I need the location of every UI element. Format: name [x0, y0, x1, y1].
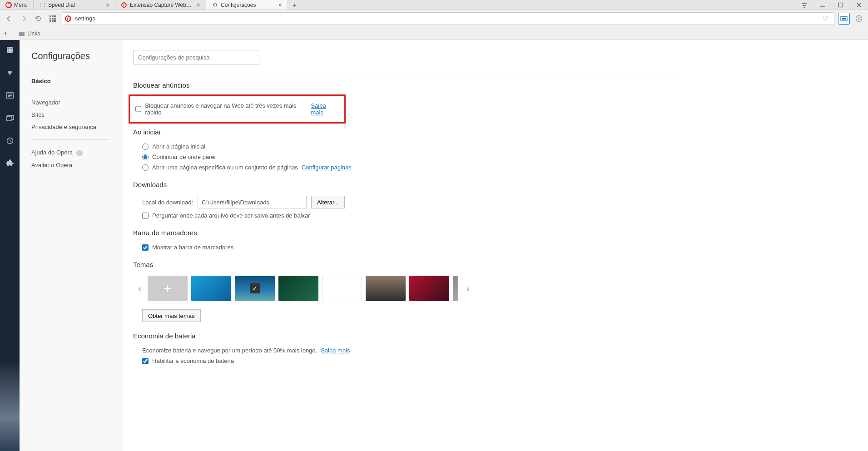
theme-tile-selected[interactable]: ✓: [235, 276, 275, 301]
block-ads-checkbox[interactable]: [135, 106, 141, 112]
svg-rect-4: [50, 18, 51, 20]
sidebar-item-help[interactable]: Ajuda do Opera ?: [31, 146, 123, 159]
help-icon: ?: [76, 150, 83, 156]
download-path-input[interactable]: [198, 196, 307, 208]
theme-tile[interactable]: [366, 276, 406, 301]
opera-logo-icon: [5, 2, 12, 8]
minimize-button[interactable]: [813, 0, 832, 10]
settings-content[interactable]: Bloquear anúncios Bloquear anúncios e na…: [123, 40, 868, 451]
grid-icon[interactable]: [5, 45, 15, 55]
folder-icon: [19, 31, 25, 36]
sidebar-item-rate[interactable]: Avaliar o Opera: [31, 159, 123, 171]
tab-extension[interactable]: Extensão Capture Webpag ×: [115, 0, 206, 10]
startup-specific-radio[interactable]: [142, 164, 149, 171]
tab-menu-icon[interactable]: [795, 0, 813, 10]
history-icon[interactable]: [5, 135, 15, 146]
svg-rect-3: [54, 15, 56, 17]
section-heading-battery: Economia de bateria: [133, 332, 678, 340]
learn-more-link[interactable]: Saiba mais: [311, 102, 339, 116]
highlighted-ad-block-row: Bloquear anúncios e navegar na Web até t…: [129, 94, 346, 124]
block-ads-label: Bloquear anúncios e navegar na Web até t…: [145, 102, 307, 116]
address-input[interactable]: [75, 15, 820, 22]
change-path-button[interactable]: Alterar...: [311, 196, 345, 208]
svg-rect-11: [842, 18, 846, 20]
address-bar[interactable]: ♡: [62, 12, 834, 25]
forward-button[interactable]: [18, 13, 29, 24]
svg-rect-13: [7, 47, 9, 49]
menu-label: Menu: [14, 2, 28, 8]
tab-title: Configurações: [221, 2, 275, 8]
show-bookmarks-checkbox[interactable]: [142, 244, 149, 251]
themes-prev-button[interactable]: ‹: [134, 276, 146, 301]
separator: [31, 139, 109, 140]
svg-rect-19: [7, 51, 9, 53]
news-icon[interactable]: [5, 90, 15, 101]
extension-capture-button[interactable]: [838, 13, 850, 25]
bookmarks-folder-links[interactable]: Links: [19, 30, 40, 37]
search-input[interactable]: [133, 50, 259, 64]
bookmarks-bar: + Links: [0, 27, 868, 40]
close-button[interactable]: [850, 0, 868, 10]
close-icon[interactable]: ×: [196, 1, 201, 9]
download-location-label: Local do download:: [142, 199, 193, 206]
close-icon[interactable]: ×: [105, 1, 110, 9]
tabs-icon[interactable]: [5, 113, 15, 124]
tab-speed-dial[interactable]: Speed Dial ×: [34, 0, 115, 10]
new-tab-button[interactable]: +: [288, 0, 301, 10]
heart-icon[interactable]: ♡: [820, 15, 831, 23]
folder-label: Links: [27, 30, 40, 37]
downloads-button[interactable]: [853, 13, 864, 24]
enable-battery-checkbox[interactable]: [142, 358, 149, 364]
theme-tile[interactable]: [409, 276, 449, 301]
titlebar: Menu Speed Dial × Extensão Capture Webpa…: [0, 0, 868, 10]
themes-next-button[interactable]: ›: [462, 276, 474, 301]
extensions-icon[interactable]: [5, 158, 15, 169]
section-heading-bookmarks: Barra de marcadores: [133, 229, 678, 237]
battery-desc: Economize bateria e navegue por um perío…: [142, 347, 317, 354]
svg-rect-23: [6, 117, 12, 121]
page-title: Configurações: [31, 51, 123, 61]
speed-dial-icon: [39, 2, 45, 8]
opera-logo-icon: [65, 15, 71, 22]
settings-sidebar: Configurações Básico Navegador Sites Pri…: [20, 40, 123, 451]
check-icon: ✓: [250, 283, 260, 293]
close-icon[interactable]: ×: [278, 1, 283, 9]
theme-tile-partial[interactable]: [453, 276, 458, 301]
menu-button[interactable]: Menu: [0, 0, 34, 10]
themes-carousel: ‹ + ✓ ›: [133, 274, 678, 303]
back-button[interactable]: [4, 13, 15, 24]
startup-homepage-radio[interactable]: [142, 144, 149, 150]
theme-tile[interactable]: [278, 276, 318, 301]
svg-rect-14: [9, 47, 11, 49]
add-bookmark-button[interactable]: +: [4, 30, 7, 37]
tab-settings[interactable]: Configurações ×: [206, 0, 288, 10]
startup-homepage-label: Abrir a página inicial: [152, 143, 205, 150]
main-area: ♥ Configurações Básico Navegador Sites P…: [0, 40, 868, 451]
sidebar-item-basic[interactable]: Básico: [31, 75, 123, 87]
divider: [133, 73, 678, 73]
heart-icon[interactable]: ♥: [5, 67, 15, 78]
theme-tile[interactable]: [322, 276, 362, 301]
svg-rect-20: [9, 51, 11, 53]
reload-button[interactable]: [33, 13, 44, 24]
svg-rect-2: [52, 15, 54, 17]
maximize-button[interactable]: [832, 0, 850, 10]
sidebar-item-sites[interactable]: Sites: [31, 109, 123, 121]
tab-title: Speed Dial: [48, 2, 102, 8]
sidebar-item-privacy[interactable]: Privacidade e segurança: [31, 121, 123, 133]
svg-rect-17: [9, 49, 11, 51]
ask-save-checkbox[interactable]: [142, 213, 149, 219]
add-theme-tile[interactable]: +: [148, 276, 188, 301]
configure-pages-link[interactable]: Configurar páginas: [302, 164, 352, 171]
svg-rect-8: [52, 20, 54, 22]
section-heading-startup: Ao iniciar: [133, 128, 678, 136]
sidebar-item-browser[interactable]: Navegador: [31, 96, 123, 109]
theme-tile[interactable]: [191, 276, 231, 301]
get-more-themes-button[interactable]: Obter mais temas: [142, 309, 201, 322]
enable-battery-label: Habilitar a economia de bateria: [152, 357, 234, 364]
battery-learn-more-link[interactable]: Saiba mais: [321, 347, 350, 354]
speed-dial-button[interactable]: [47, 13, 58, 24]
svg-rect-18: [11, 49, 13, 51]
startup-continue-radio[interactable]: [142, 154, 149, 160]
ask-save-label: Perguntar onde cada arquivo deve ser sal…: [152, 212, 310, 219]
